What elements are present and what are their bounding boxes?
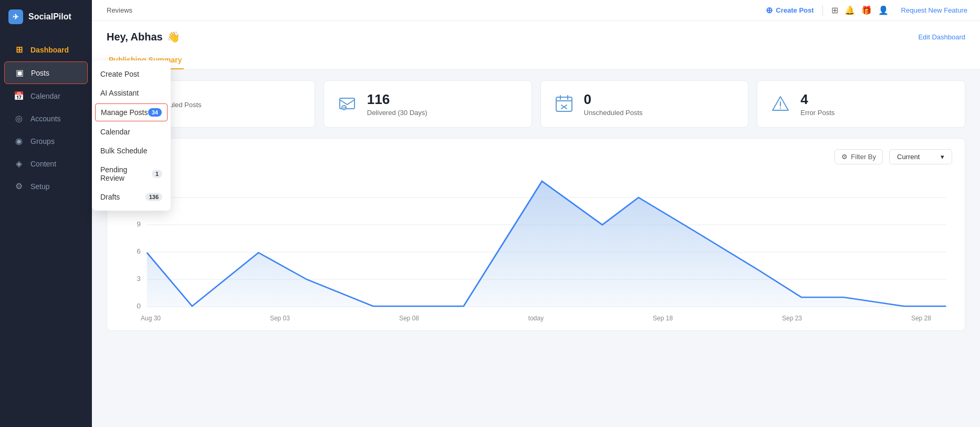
chart-section: ⚙ Filter By Current ▾ 0 3 6 9 12 — [107, 138, 965, 331]
gift-icon[interactable]: 🎁 — [861, 5, 872, 15]
bell-icon[interactable]: 🔔 — [845, 5, 855, 15]
sidebar-nav: ⊞ Dashboard ▣ Posts 📅 Calendar ◎ Account… — [0, 34, 92, 427]
dashboard-icon: ⊞ — [14, 45, 24, 55]
svg-point-5 — [342, 106, 346, 110]
chevron-down-icon: ▾ — [941, 153, 944, 161]
sidebar-item-dashboard[interactable]: ⊞ Dashboard — [4, 39, 88, 60]
filter-icon: ⚙ — [841, 153, 848, 161]
svg-text:9: 9 — [137, 221, 141, 228]
svg-text:6: 6 — [137, 248, 141, 255]
groups-icon: ◉ — [14, 136, 24, 146]
stat-card-delivered[interactable]: 116 Delivered (30 Days) — [324, 80, 532, 128]
user-icon[interactable]: 👤 — [878, 5, 889, 15]
topbar-icons: ⊞ 🔔 🎁 👤 — [831, 5, 889, 15]
greeting: Hey, Abhas 👋 — [107, 30, 180, 43]
svg-text:0: 0 — [137, 303, 141, 309]
chart-area — [147, 181, 946, 307]
filter-by-button[interactable]: ⚙ Filter By — [835, 149, 883, 164]
grid-icon[interactable]: ⊞ — [831, 5, 838, 15]
accounts-icon: ◎ — [14, 113, 24, 123]
logo-icon: ✈ — [8, 9, 23, 24]
sidebar-item-accounts[interactable]: ◎ Accounts — [4, 108, 88, 129]
unscheduled-label: Unscheduled Posts — [584, 109, 643, 117]
error-label: Error Posts — [800, 109, 835, 117]
sidebar: ✈ SocialPilot ⊞ Dashboard ▣ Posts 📅 Cale… — [0, 0, 92, 427]
delivered-label: Delivered (30 Days) — [367, 109, 428, 117]
topbar: Reviews ⊕ Create Post ⊞ 🔔 🎁 👤 Request Ne… — [92, 0, 980, 21]
alert-triangle-icon — [771, 95, 790, 113]
unscheduled-icon-wrap — [552, 92, 576, 116]
wave-emoji: 👋 — [167, 30, 180, 43]
setup-icon: ⚙ — [14, 181, 24, 191]
dropdown-item-manage-posts[interactable]: Manage Posts 34 — [95, 103, 168, 121]
stat-card-error[interactable]: 4 Error Posts — [757, 80, 965, 128]
current-dropdown[interactable]: Current ▾ — [889, 149, 952, 164]
sidebar-item-setup[interactable]: ⚙ Setup — [4, 175, 88, 197]
x-label-aug30: Aug 30 — [141, 315, 161, 322]
stat-info-delivered: 116 Delivered (30 Days) — [367, 91, 428, 117]
svg-rect-6 — [556, 97, 572, 111]
error-number: 4 — [800, 91, 835, 108]
content-area: Hey, Abhas 👋 Edit Dashboard Publishing S… — [92, 21, 980, 427]
sidebar-item-label: Setup — [30, 182, 50, 191]
x-label-sep08: Sep 08 — [399, 315, 419, 322]
x-label-sep23: Sep 23 — [782, 315, 802, 322]
delivered-icon-wrap — [336, 92, 359, 116]
drafts-badge: 136 — [145, 193, 162, 201]
dropdown-item-create-post[interactable]: Create Post — [92, 65, 171, 84]
main-content: Reviews ⊕ Create Post ⊞ 🔔 🎁 👤 Request Ne… — [92, 0, 980, 427]
app-logo[interactable]: ✈ SocialPilot — [0, 0, 92, 34]
delivered-icon — [338, 95, 357, 113]
content-icon: ◈ — [14, 159, 24, 169]
posts-icon: ▣ — [14, 68, 25, 78]
sidebar-item-label: Accounts — [30, 114, 61, 123]
sidebar-item-calendar[interactable]: 📅 Calendar — [4, 85, 88, 107]
edit-dashboard-link[interactable]: Edit Dashboard — [918, 33, 965, 41]
error-icon-wrap — [769, 92, 792, 116]
create-post-button[interactable]: ⊕ Create Post — [766, 5, 814, 15]
tab-reviews[interactable]: Reviews — [105, 0, 134, 21]
x-label-today: today — [528, 315, 544, 322]
app-name: SocialPilot — [28, 12, 71, 22]
unscheduled-number: 0 — [584, 91, 643, 108]
calendar-icon: 📅 — [14, 91, 24, 101]
request-feature-link[interactable]: Request New Feature — [901, 6, 967, 14]
x-label-sep18: Sep 18 — [653, 315, 673, 322]
calendar-x-icon — [555, 95, 574, 113]
plus-circle-icon: ⊕ — [766, 5, 773, 15]
sidebar-item-content[interactable]: ◈ Content — [4, 153, 88, 174]
stats-row: Scheduled Posts 116 Delivered (30 Days) — [92, 70, 980, 138]
chart-svg: 0 3 6 9 12 — [120, 173, 952, 309]
sidebar-item-groups[interactable]: ◉ Groups — [4, 130, 88, 152]
topbar-divider — [822, 5, 823, 16]
sidebar-item-label: Dashboard — [30, 46, 69, 54]
manage-posts-badge: 34 — [148, 108, 162, 117]
chart-header: ⚙ Filter By Current ▾ — [120, 149, 952, 164]
svg-point-13 — [780, 108, 781, 109]
stat-info-unscheduled: 0 Unscheduled Posts — [584, 91, 643, 117]
sidebar-item-label: Content — [30, 160, 56, 168]
stat-info-error: 4 Error Posts — [800, 91, 835, 117]
dropdown-item-ai-assistant[interactable]: AI Assistant — [92, 84, 171, 102]
sidebar-item-label: Posts — [31, 69, 49, 77]
dropdown-item-bulk-schedule[interactable]: Bulk Schedule — [92, 141, 171, 160]
posts-dropdown-menu: Create Post AI Assistant Manage Posts 34… — [92, 60, 171, 211]
dropdown-item-drafts[interactable]: Drafts 136 — [92, 188, 171, 206]
sidebar-item-posts[interactable]: ▣ Posts — [4, 61, 88, 84]
content-header: Hey, Abhas 👋 Edit Dashboard Publishing S… — [92, 21, 980, 70]
svg-text:3: 3 — [137, 275, 141, 283]
dropdown-item-pending-review[interactable]: Pending Review 1 — [92, 160, 171, 188]
pending-review-badge: 1 — [152, 170, 162, 178]
chart-container: 0 3 6 9 12 — [120, 173, 952, 320]
delivered-number: 116 — [367, 91, 428, 108]
header-tabs: Publishing Summary — [107, 51, 965, 69]
chart-x-labels: Aug 30 Sep 03 Sep 08 today Sep 18 Sep 23… — [120, 311, 952, 322]
x-label-sep03: Sep 03 — [270, 315, 290, 322]
sidebar-item-label: Calendar — [30, 92, 60, 100]
x-label-sep28: Sep 28 — [911, 315, 931, 322]
dropdown-item-calendar[interactable]: Calendar — [92, 122, 171, 141]
stat-card-unscheduled[interactable]: 0 Unscheduled Posts — [540, 80, 749, 128]
sidebar-item-label: Groups — [30, 137, 55, 145]
